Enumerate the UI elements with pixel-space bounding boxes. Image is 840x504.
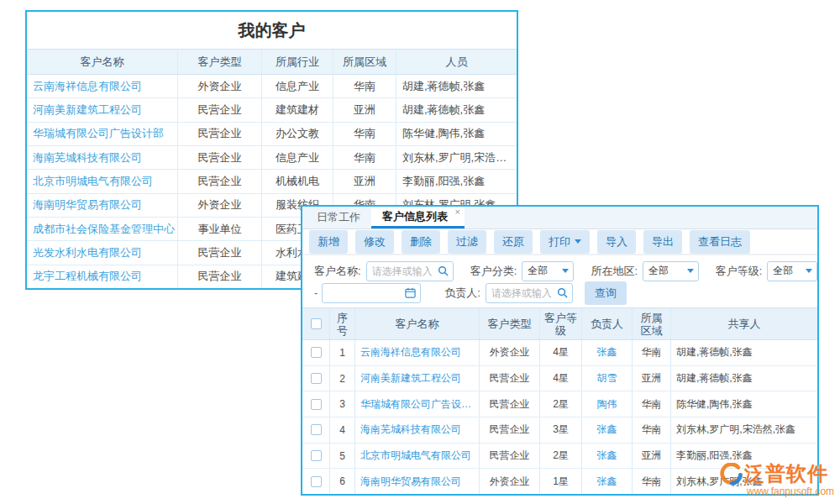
watermark-brand: 泛普软件 [744,460,828,487]
customer-link[interactable]: 北京市明城电气有限公司 [33,174,153,189]
owner-link[interactable]: 胡雪 [597,371,617,386]
customer-name-label: 客户名称: [314,264,361,279]
print-label: 打印 [549,234,570,249]
column-header-owner: 负责人 [582,308,633,339]
customer-link[interactable]: 华瑞城有限公司广告设计部 [33,126,164,141]
customer-link[interactable]: 成都市社会保险基金管理中心 [33,222,175,237]
date-input[interactable] [322,283,421,303]
owner-link[interactable]: 陶伟 [597,397,617,412]
filter-panel: 客户名称: 客户分类: 全部 所在地区: 全部 客户等级: 全部 - [302,255,817,307]
customer-link[interactable]: 海南明华贸易有限公司 [360,475,461,489]
page-title: 我的客户 [27,12,517,49]
column-header-name: 客户名称 [27,50,178,74]
filter-row-1: 客户名称: 客户分类: 全部 所在地区: 全部 客户等级: 全部 [314,260,817,281]
row-checkbox[interactable] [311,347,322,358]
table-row: 云南海祥信息有限公司 外资企业 信息产业 华南 胡建,蒋德帧,张鑫 [27,75,517,98]
query-button[interactable]: 查询 [585,281,627,305]
tab-customer-info-list[interactable]: 客户信息列表 × [371,207,465,228]
table-row: 3 华瑞城有限公司广告设计部 民营企业 2星 陶伟 华南 陈华健,陶伟,张鑫 [302,391,817,417]
edit-button[interactable]: 修改 [355,230,394,254]
customer-region: 华南 [633,340,671,365]
customer-region: 华南 [333,146,396,169]
customer-grade-select[interactable]: 全部 [767,261,817,281]
customer-grade: 3星 [540,417,582,443]
customer-link[interactable]: 河南美新建筑工程公司 [33,102,142,118]
district-select[interactable]: 全部 [643,261,699,281]
add-button[interactable]: 新增 [309,230,348,254]
close-icon[interactable]: × [455,207,460,217]
owner-link[interactable]: 张鑫 [597,423,617,437]
owner-field[interactable] [491,287,557,299]
row-checkbox[interactable] [311,373,322,384]
filter-button[interactable]: 过滤 [448,230,486,254]
customer-link[interactable]: 河南美新建筑工程公司 [360,371,461,386]
owner-input[interactable] [486,283,573,303]
customer-type: 民营企业 [178,146,262,169]
row-checkbox[interactable] [311,476,322,487]
customer-type: 民营企业 [178,265,262,288]
customer-type: 事业单位 [178,218,262,240]
customer-region: 华南 [333,123,396,145]
customer-link[interactable]: 云南海祥信息有限公司 [33,79,142,94]
chevron-down-icon [806,269,812,273]
row-checkbox[interactable] [311,424,322,435]
select-all-checkbox[interactable] [311,318,322,329]
column-header-type: 客户类型 [480,308,540,339]
customer-region: 亚洲 [333,170,396,192]
fanpu-logo-icon [720,463,743,486]
table-row: 海南芜城科技有限公司 民营企业 信息产业 华南 刘东林,罗广明,宋浩然,张鑫 [27,146,517,170]
export-button[interactable]: 导出 [643,230,682,254]
customer-link[interactable]: 龙宇工程机械有限公司 [33,269,142,284]
shared-staff: 刘东林,罗广明,宋浩然,张鑫 [676,423,795,437]
import-button[interactable]: 导入 [597,230,636,254]
customer-link[interactable]: 云南海祥信息有限公司 [360,345,461,360]
shared-staff: 胡建,蒋德帧,张鑫 [676,371,753,386]
customer-industry: 信息产业 [262,75,333,97]
customer-name-input[interactable] [366,261,454,281]
calendar-icon[interactable] [405,287,416,298]
customer-region: 华南 [633,391,671,417]
customer-region: 亚洲 [633,366,671,391]
search-icon[interactable] [557,287,568,298]
row-checkbox[interactable] [311,450,322,461]
delete-button[interactable]: 删除 [402,230,440,254]
customer-category-select[interactable]: 全部 [522,261,574,281]
customer-link[interactable]: 光发水利水电有限公司 [33,245,142,260]
restore-button[interactable]: 还原 [494,230,533,254]
customer-grade: 1星 [540,469,582,494]
row-no: 3 [330,391,355,417]
customer-type: 外资企业 [178,75,262,97]
owner-link[interactable]: 张鑫 [597,475,617,489]
owner-link[interactable]: 张鑫 [597,345,617,360]
row-no: 4 [330,417,355,443]
customer-link[interactable]: 海南芜城科技有限公司 [360,423,461,437]
customer-industry: 建筑建材 [262,98,333,121]
customer-link[interactable]: 海南芜城科技有限公司 [33,150,142,165]
customer-link[interactable]: 北京市明城电气有限公司 [360,449,471,463]
date-field[interactable] [328,287,405,299]
customer-category-label: 客户分类: [470,264,517,279]
customer-grade: 4星 [540,366,582,391]
customer-type: 民营企业 [178,123,262,145]
view-log-button[interactable]: 查看日志 [690,230,750,254]
customer-region: 亚洲 [333,98,396,121]
customer-type: 外资企业 [178,194,262,217]
tab-daily-work[interactable]: 日常工作 [306,207,371,228]
tab-bar: 日常工作 客户信息列表 × [302,207,817,229]
customer-staff: 胡建,蒋德帧,张鑫 [402,79,485,94]
row-checkbox[interactable] [311,399,322,410]
customer-name-field[interactable] [372,265,438,277]
tab-label: 客户信息列表 [382,209,448,224]
row-no: 1 [330,340,355,365]
customer-grade-label: 客户等级: [716,264,763,279]
search-icon[interactable] [438,265,449,276]
customer-link[interactable]: 海南明华贸易有限公司 [33,197,142,213]
print-button[interactable]: 打印 [540,230,590,254]
column-header-staff: 人员 [396,50,517,74]
customer-type: 民营企业 [480,366,540,391]
customer-industry: 机械机电 [262,170,333,192]
customer-grade: 2星 [540,444,582,469]
owner-link[interactable]: 张鑫 [597,449,617,463]
chevron-down-icon [562,269,569,273]
customer-link[interactable]: 华瑞城有限公司广告设计部 [360,397,477,412]
